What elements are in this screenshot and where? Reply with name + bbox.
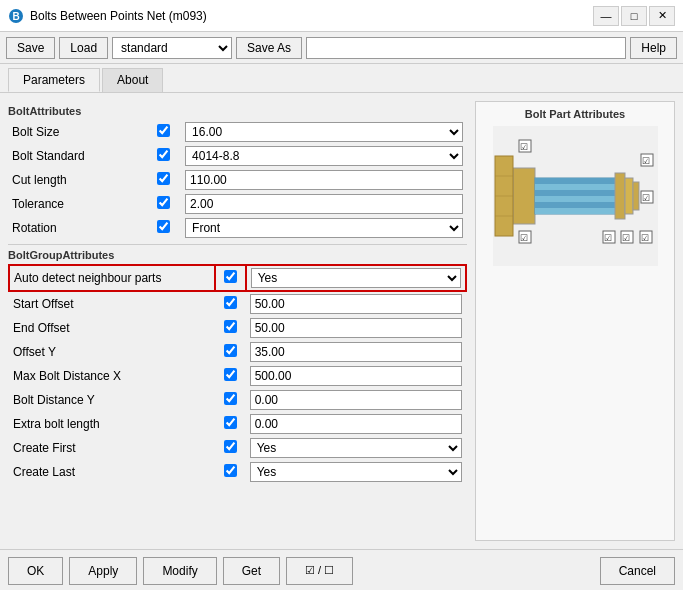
svg-rect-11 (615, 173, 625, 219)
bottom-bar: OK Apply Modify Get ☑ / ☐ Cancel (0, 549, 683, 590)
svg-rect-8 (535, 196, 615, 202)
start-offset-value-cell (246, 291, 466, 316)
offset-y-label: Offset Y (9, 340, 215, 364)
main-content: BoltAttributes Bolt Size 16.00 Bolt Sta (0, 93, 683, 549)
svg-rect-6 (535, 184, 615, 190)
minimize-button[interactable]: — (593, 6, 619, 26)
right-panel: Bolt Part Attributes (475, 101, 675, 541)
cut-length-checkbox[interactable] (157, 172, 170, 185)
start-offset-checkbox[interactable] (224, 296, 237, 309)
tab-about[interactable]: About (102, 68, 163, 92)
window-title: Bolts Between Points Net (m093) (30, 9, 207, 23)
bolt-standard-label: Bolt Standard (8, 144, 145, 168)
table-row: Max Bolt Distance X (9, 364, 466, 388)
tabs-bar: Parameters About (0, 64, 683, 93)
save-as-button[interactable]: Save As (236, 37, 302, 59)
table-row: Extra bolt length (9, 412, 466, 436)
cut-length-value-cell (181, 168, 467, 192)
extra-bolt-length-checkbox[interactable] (224, 416, 237, 429)
auto-detect-checkbox[interactable] (224, 270, 237, 283)
rotation-select[interactable]: Front (185, 218, 463, 238)
table-row: Offset Y (9, 340, 466, 364)
get-button[interactable]: Get (223, 557, 280, 585)
svg-rect-10 (535, 208, 615, 214)
help-button[interactable]: Help (630, 37, 677, 59)
cancel-button[interactable]: Cancel (600, 557, 675, 585)
end-offset-checkbox[interactable] (224, 320, 237, 333)
bolt-size-check-cell (145, 120, 181, 144)
preset-select[interactable]: standard (112, 37, 232, 59)
offset-y-input[interactable] (250, 342, 462, 362)
table-row: Rotation Front (8, 216, 467, 240)
table-row: Cut length (8, 168, 467, 192)
table-row: Bolt Standard 4014-8.8 (8, 144, 467, 168)
end-offset-input[interactable] (250, 318, 462, 338)
max-bolt-dist-x-input[interactable] (250, 366, 462, 386)
check-uncheck-button[interactable]: ☑ / ☐ (286, 557, 353, 585)
bolt-size-value-cell: 16.00 (181, 120, 467, 144)
tab-parameters[interactable]: Parameters (8, 68, 100, 92)
auto-detect-select[interactable]: Yes No (251, 268, 461, 288)
save-button[interactable]: Save (6, 37, 55, 59)
cut-length-input[interactable] (185, 170, 463, 190)
extra-bolt-length-input[interactable] (250, 414, 462, 434)
svg-text:☑: ☑ (520, 233, 528, 243)
create-last-checkbox[interactable] (224, 464, 237, 477)
create-first-checkbox[interactable] (224, 440, 237, 453)
modify-button[interactable]: Modify (143, 557, 216, 585)
bolt-standard-checkbox[interactable] (157, 148, 170, 161)
bolt-illustration: ☑ ☑ ☑ ☑ ☑ ☑ ☑ (493, 126, 658, 266)
rotation-check-cell (145, 216, 181, 240)
create-last-check-cell (215, 460, 245, 484)
svg-text:☑: ☑ (622, 233, 630, 243)
apply-button[interactable]: Apply (69, 557, 137, 585)
bolt-group-attributes-label: BoltGroupAttributes (8, 249, 467, 261)
ok-button[interactable]: OK (8, 557, 63, 585)
svg-rect-9 (535, 202, 615, 208)
table-row: Tolerance (8, 192, 467, 216)
bolt-attributes-label: BoltAttributes (8, 105, 467, 117)
bolt-standard-select[interactable]: 4014-8.8 (185, 146, 463, 166)
rotation-checkbox[interactable] (157, 220, 170, 233)
tolerance-input[interactable] (185, 194, 463, 214)
svg-text:☑: ☑ (520, 142, 528, 152)
extra-bolt-length-value-cell (246, 412, 466, 436)
end-offset-check-cell (215, 316, 245, 340)
extra-bolt-length-label: Extra bolt length (9, 412, 215, 436)
title-bar-left: B Bolts Between Points Net (m093) (8, 8, 207, 24)
create-last-label: Create Last (9, 460, 215, 484)
create-last-select[interactable]: Yes No (250, 462, 462, 482)
tolerance-value-cell (181, 192, 467, 216)
offset-y-checkbox[interactable] (224, 344, 237, 357)
rotation-value-cell: Front (181, 216, 467, 240)
max-bolt-dist-x-label: Max Bolt Distance X (9, 364, 215, 388)
create-first-label: Create First (9, 436, 215, 460)
bolt-part-attributes-box: Bolt Part Attributes (475, 101, 675, 541)
svg-text:☑: ☑ (642, 193, 650, 203)
table-row: Bolt Distance Y (9, 388, 466, 412)
tolerance-check-cell (145, 192, 181, 216)
rotation-label: Rotation (8, 216, 145, 240)
name-input[interactable] (306, 37, 626, 59)
max-bolt-dist-x-checkbox[interactable] (224, 368, 237, 381)
table-row: Create First Yes No (9, 436, 466, 460)
max-bolt-dist-x-check-cell (215, 364, 245, 388)
bolt-size-select[interactable]: 16.00 (185, 122, 463, 142)
create-first-check-cell (215, 436, 245, 460)
start-offset-input[interactable] (250, 294, 462, 314)
tolerance-checkbox[interactable] (157, 196, 170, 209)
bolt-size-checkbox[interactable] (157, 124, 170, 137)
end-offset-value-cell (246, 316, 466, 340)
bolt-dist-y-checkbox[interactable] (224, 392, 237, 405)
svg-text:☑: ☑ (604, 233, 612, 243)
svg-rect-12 (625, 178, 633, 214)
bolt-dist-y-input[interactable] (250, 390, 462, 410)
auto-detect-label: Auto detect neighbour parts (9, 265, 215, 291)
extra-bolt-length-check-cell (215, 412, 245, 436)
maximize-button[interactable]: □ (621, 6, 647, 26)
load-button[interactable]: Load (59, 37, 108, 59)
create-first-select[interactable]: Yes No (250, 438, 462, 458)
app-icon: B (8, 8, 24, 24)
divider-1 (8, 244, 467, 245)
close-button[interactable]: ✕ (649, 6, 675, 26)
